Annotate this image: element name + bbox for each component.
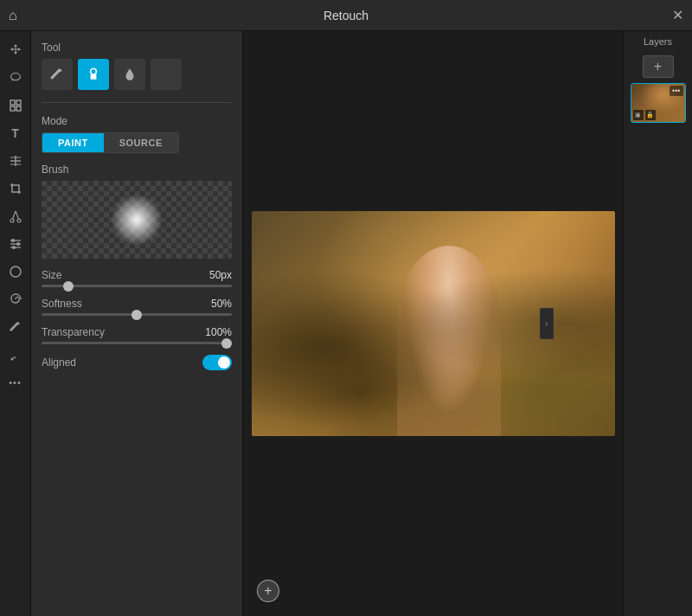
tool-buttons [42,59,232,90]
brush-section: Brush [42,164,232,259]
close-button[interactable]: ✕ [672,7,683,23]
top-bar: ⌂ Retouch ✕ [0,0,692,31]
drop-tool-btn[interactable] [114,59,145,90]
app-title: Retouch [324,9,368,22]
dropper-tool-btn[interactable] [3,343,28,367]
svg-point-8 [10,219,14,222]
add-layer-button[interactable]: + [643,55,674,78]
svg-point-19 [10,358,13,361]
softness-slider-row: Softness 50% [42,298,232,316]
selection-tool-btn[interactable] [3,93,28,118]
transparency-slider[interactable] [42,342,232,344]
aligned-label: Aligned [42,356,76,369]
cut-tool-btn[interactable] [3,204,28,228]
svg-rect-2 [10,106,15,111]
mode-label: Mode [42,115,232,127]
mode-section: Mode PAINT SOURCE [42,115,232,153]
layers-title: Layers [629,36,687,50]
mode-toggle: PAINT SOURCE [42,132,179,153]
svg-point-15 [11,239,15,242]
tool-label: Tool [42,42,232,54]
transparency-header: Transparency 100% [42,326,232,338]
brush-dot [111,194,163,246]
layer-more-button[interactable]: ••• [670,86,682,96]
canvas-area[interactable]: + › [243,31,623,616]
move-tool-btn[interactable] [3,38,28,62]
svg-point-18 [10,266,21,277]
home-icon[interactable]: ⌂ [9,8,17,23]
crosshair-button[interactable]: + [257,580,279,602]
aligned-row: Aligned [42,355,232,370]
layer-item[interactable]: ••• ▣ 🔒 [631,83,686,123]
paint-tool-btn[interactable] [3,315,28,339]
size-value: 50px [209,269,232,281]
heal-tool-btn[interactable] [151,59,182,90]
svg-rect-0 [10,100,15,105]
softness-header: Softness 50% [42,298,232,310]
stamp-tool-btn[interactable] [78,59,109,90]
size-label: Size [42,269,61,281]
circle-tool-btn[interactable] [3,260,28,284]
svg-rect-1 [16,100,21,105]
softness-slider[interactable] [42,313,232,316]
size-slider-row: Size 50px [42,269,232,287]
softness-value: 50% [211,298,232,310]
svg-line-10 [12,211,16,219]
adjustment-tool-btn[interactable] [3,232,28,256]
lasso-tool-btn[interactable] [3,66,28,90]
layer-lock-icon: 🔒 [645,110,656,120]
svg-point-17 [12,246,16,249]
crop-tool-btn[interactable] [3,176,28,201]
retouch-panel: Tool Mode PAINT [31,31,243,616]
toggle-knob [218,356,230,369]
text-tool-btn[interactable]: T [3,121,28,145]
photo-canvas[interactable] [252,211,615,436]
divider-1 [42,102,232,103]
svg-point-9 [17,219,21,222]
left-toolbar: T ••• [0,31,31,616]
layer-icons: ▣ 🔒 [633,110,656,120]
spiral-tool-btn[interactable] [3,287,28,311]
pencil-tool-btn[interactable] [42,59,73,90]
svg-point-16 [16,242,20,246]
tool-section: Tool [42,42,232,90]
brush-label: Brush [42,164,232,176]
svg-rect-3 [16,106,21,111]
softness-label: Softness [42,298,82,310]
svg-line-11 [16,211,19,219]
source-mode-btn[interactable]: SOURCE [104,133,178,152]
more-tools-btn[interactable]: ••• [3,370,28,395]
size-header: Size 50px [42,269,232,281]
pattern-tool-btn[interactable] [3,149,28,173]
transparency-value: 100% [205,326,232,338]
layers-panel: Layers + ••• ▣ 🔒 [623,31,692,616]
paint-mode-btn[interactable]: PAINT [42,133,104,152]
chevron-handle[interactable]: › [540,308,554,339]
layer-image-icon: ▣ [633,110,644,120]
transparency-slider-row: Transparency 100% [42,326,232,344]
transparency-label: Transparency [42,326,105,338]
main-layout: T ••• Tool [0,31,692,616]
aligned-toggle[interactable] [202,355,232,370]
brush-preview [42,181,232,259]
size-slider[interactable] [42,285,232,287]
